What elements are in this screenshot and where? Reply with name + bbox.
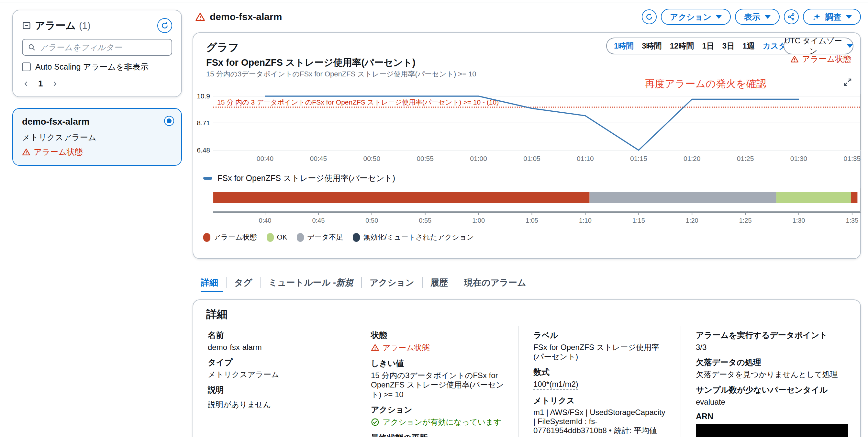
metric-line-chart[interactable]: 10.98.716.4800:4000:4500:5000:5501:0001:… bbox=[196, 91, 863, 167]
checkbox-box[interactable] bbox=[22, 62, 31, 71]
expression-value[interactable]: 100*(m1/m2) bbox=[533, 379, 578, 390]
share-button[interactable] bbox=[784, 9, 799, 24]
chevron-down-icon bbox=[765, 15, 771, 19]
details-col-1: 名前 demo-fsx-alarm タイプ メトリクスアラーム 説明 説明があり… bbox=[193, 326, 356, 437]
tab-current-alarm[interactable]: 現在のアラーム bbox=[456, 274, 534, 292]
state-legend-item: OK bbox=[267, 233, 287, 242]
description-label: 説明 bbox=[208, 384, 343, 395]
sparkle-icon bbox=[812, 12, 821, 21]
metrics-label: メトリクス bbox=[533, 395, 668, 406]
expression-label: 数式 bbox=[533, 367, 668, 377]
svg-text:01:30: 01:30 bbox=[790, 155, 807, 162]
pagination-next-icon[interactable] bbox=[51, 80, 58, 87]
refresh-list-button[interactable] bbox=[157, 18, 172, 33]
alarm-list-panel: アラーム (1) Auto Scaling アラームを非表示 1 bbox=[12, 10, 182, 97]
range-1w[interactable]: 1週 bbox=[742, 41, 754, 51]
hide-autoscaling-checkbox[interactable]: Auto Scaling アラームを非表示 bbox=[22, 62, 172, 72]
pagination-page-1[interactable]: 1 bbox=[38, 79, 43, 89]
pagination-prev-icon[interactable] bbox=[23, 80, 30, 87]
svg-text:1:35: 1:35 bbox=[846, 217, 858, 224]
datapoints-label: アラームを実行するデータポイント bbox=[696, 330, 848, 341]
svg-text:1:20: 1:20 bbox=[686, 217, 699, 224]
label-label: ラベル bbox=[533, 330, 668, 341]
range-1h[interactable]: 1時間 bbox=[614, 41, 634, 51]
details-panel: 詳細 名前 demo-fsx-alarm タイプ メトリクスアラーム 説明 説明… bbox=[192, 300, 861, 437]
missing-data-label: 欠落データの処理 bbox=[696, 357, 848, 368]
chevron-down-icon bbox=[846, 15, 852, 19]
svg-text:0:45: 0:45 bbox=[312, 217, 324, 224]
name-label: 名前 bbox=[208, 330, 343, 341]
range-3h[interactable]: 3時間 bbox=[642, 41, 661, 51]
alarm-selected-radio[interactable] bbox=[164, 116, 174, 126]
detail-tabs: 詳細 タグ ミュートルール - 新規 アクション 履歴 現在のアラーム bbox=[192, 274, 861, 292]
investigate-menu-button[interactable]: 調査 bbox=[803, 9, 861, 25]
actions-menu-button[interactable]: アクション bbox=[661, 9, 731, 25]
alarm-detail-main: demo-fsx-alarm アクション 表示 調査 グラフ 1時間 3時 bbox=[192, 0, 861, 437]
collapse-panel-icon[interactable] bbox=[22, 21, 31, 30]
state-legend-item: データ不足 bbox=[297, 232, 343, 242]
svg-text:8.71: 8.71 bbox=[197, 119, 210, 127]
alarm-item-status: アラーム状態 bbox=[22, 147, 172, 157]
refresh-alarm-button[interactable] bbox=[642, 9, 657, 24]
tab-mute-rules[interactable]: ミュートルール - 新規 bbox=[260, 274, 361, 292]
svg-text:1:15: 1:15 bbox=[632, 217, 645, 224]
alarm-list-title: アラーム (1) bbox=[35, 19, 91, 32]
description-value: 説明がありません bbox=[208, 400, 343, 409]
graph-panel: グラフ 1時間 3時間 12時間 1日 3日 1週 カスタム UTC タイムゾー… bbox=[192, 32, 861, 259]
svg-text:1:00: 1:00 bbox=[472, 217, 485, 224]
svg-text:01:05: 01:05 bbox=[523, 155, 540, 162]
svg-text:01:20: 01:20 bbox=[684, 155, 701, 162]
series-legend[interactable]: FSx for OpenZFS ストレージ使用率(パーセント) bbox=[203, 173, 395, 184]
alarm-state-icon bbox=[195, 12, 205, 22]
details-col-2: 状態 アラーム状態 しきい値 15 分内の3データポイントのFSx for Op… bbox=[356, 326, 518, 437]
svg-text:6.48: 6.48 bbox=[197, 146, 210, 154]
search-icon bbox=[28, 43, 36, 51]
view-menu-button[interactable]: 表示 bbox=[735, 9, 780, 25]
svg-text:01:25: 01:25 bbox=[737, 155, 754, 162]
threshold-label: しきい値 bbox=[371, 358, 506, 369]
page-title: demo-fsx-alarm bbox=[210, 11, 282, 22]
svg-text:01:15: 01:15 bbox=[630, 155, 647, 162]
svg-text:1:25: 1:25 bbox=[739, 217, 752, 224]
series-color-swatch bbox=[203, 177, 212, 180]
state-color-dot bbox=[267, 233, 274, 242]
state-color-dot bbox=[203, 233, 210, 242]
missing-data-value: 欠落データを見つかりませんとして処理 bbox=[696, 370, 848, 379]
tab-details[interactable]: 詳細 bbox=[200, 274, 226, 292]
alarm-state-timeline[interactable]: 0:400:450:500:551:001:051:101:151:201:25… bbox=[196, 188, 863, 230]
datapoints-value: 3/3 bbox=[696, 342, 848, 352]
svg-text:1:10: 1:10 bbox=[579, 217, 592, 224]
range-1d[interactable]: 1日 bbox=[702, 41, 714, 51]
range-3d[interactable]: 3日 bbox=[722, 41, 734, 51]
alarm-filter-box[interactable] bbox=[22, 39, 172, 56]
alarm-count: (1) bbox=[79, 21, 90, 31]
svg-text:00:50: 00:50 bbox=[364, 155, 381, 162]
tab-history[interactable]: 履歴 bbox=[423, 274, 456, 292]
state-color-dot bbox=[353, 233, 360, 242]
name-value: demo-fsx-alarm bbox=[208, 342, 343, 352]
svg-text:0:40: 0:40 bbox=[259, 217, 272, 224]
alarm-filter-input[interactable] bbox=[39, 43, 166, 52]
chart-annotation: 再度アラームの発火を確認 bbox=[645, 77, 766, 91]
expand-chart-icon[interactable] bbox=[843, 78, 852, 88]
svg-text:0:55: 0:55 bbox=[419, 217, 431, 224]
last-update-label: 最終状態の更新 bbox=[371, 433, 506, 437]
chevron-down-icon bbox=[716, 15, 722, 19]
timezone-select[interactable]: UTC タイムゾーン bbox=[783, 37, 854, 54]
svg-text:15 分 内の 3 データポイントのFSx for Open: 15 分 内の 3 データポイントのFSx for OpenZFS ストレージ使… bbox=[217, 98, 499, 106]
tab-tags[interactable]: タグ bbox=[226, 274, 260, 292]
type-value: メトリクスアラーム bbox=[208, 370, 343, 379]
metric-m1[interactable]: m1 | AWS/FSx | UsedStorageCapacity | Fil… bbox=[533, 408, 668, 437]
state-label: 状態 bbox=[371, 330, 506, 341]
tab-actions[interactable]: アクション bbox=[362, 274, 422, 292]
checkbox-label: Auto Scaling アラームを非表示 bbox=[35, 62, 149, 72]
alarm-sidebar: アラーム (1) Auto Scaling アラームを非表示 1 bbox=[12, 10, 182, 166]
details-col-3: ラベル FSx for OpenZFS ストレージ使用率(パーセント) 数式 1… bbox=[518, 326, 681, 437]
range-12h[interactable]: 12時間 bbox=[670, 41, 694, 51]
graph-heading: グラフ bbox=[206, 40, 239, 55]
state-legend-item: 無効化/ミュートされたアクション bbox=[353, 232, 474, 242]
chart-title: FSx for OpenZFS ストレージ使用率(パーセント) bbox=[206, 56, 415, 69]
svg-text:00:45: 00:45 bbox=[310, 155, 327, 162]
alarm-list-item-demo-fsx-alarm[interactable]: demo-fsx-alarm メトリクスアラーム アラーム状態 bbox=[12, 108, 182, 166]
alarm-item-name: demo-fsx-alarm bbox=[22, 117, 172, 127]
